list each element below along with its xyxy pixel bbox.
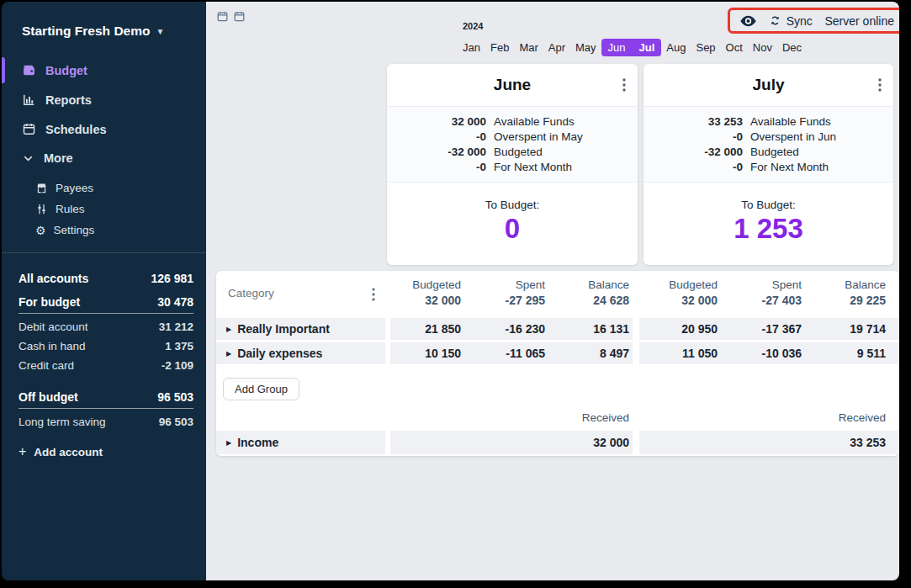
- budget-file-menu[interactable]: Starting Fresh Demo ▼: [2, 2, 206, 44]
- june-spent-header[interactable]: Spent-27 295: [464, 278, 548, 309]
- month-dec[interactable]: Dec: [777, 39, 807, 56]
- add-group-button[interactable]: Add Group: [223, 378, 299, 400]
- gear-icon: ⚙: [35, 225, 46, 236]
- sidebar-item-more[interactable]: More: [2, 144, 206, 172]
- account-row-cash[interactable]: Cash in hand 1 375: [2, 336, 206, 356]
- june-budgeted-cell[interactable]: 21 850: [390, 318, 464, 340]
- june-spent-cell[interactable]: -11 065: [464, 342, 548, 364]
- account-row-long-term-saving[interactable]: Long term saving 96 503: [2, 412, 206, 432]
- sidebar-item-label: Reports: [45, 93, 92, 107]
- sidebar-nav: Budget Reports Schedules More: [2, 56, 206, 172]
- july-spent-header[interactable]: Spent-27 403: [721, 278, 805, 309]
- month-picker: Jan Feb Mar Apr May JunJul Aug Sep Oct N…: [458, 39, 807, 56]
- kebab-menu-icon[interactable]: [878, 78, 882, 92]
- year-label: 2024: [463, 21, 483, 31]
- july-budgeted-header[interactable]: Budgeted32 000: [639, 278, 721, 309]
- summary-row: -0For Next Month: [644, 159, 893, 174]
- july-budgeted-cell[interactable]: 11 050: [639, 342, 721, 364]
- june-budgeted-cell[interactable]: 10 150: [390, 342, 464, 364]
- privacy-eye-icon[interactable]: [740, 15, 756, 27]
- funds-summary: 32 000Available Funds -0Overspent in May…: [387, 106, 638, 183]
- month-aug[interactable]: Aug: [661, 39, 691, 56]
- month-apr[interactable]: Apr: [543, 39, 570, 56]
- month-may[interactable]: May: [570, 39, 601, 56]
- sidebar-item-budget[interactable]: Budget: [2, 56, 206, 85]
- july-balance-cell[interactable]: 9 511: [805, 342, 889, 364]
- plus-icon: +: [19, 445, 26, 458]
- account-row-debit[interactable]: Debit account 31 212: [2, 317, 206, 336]
- table-row-really-important: ▶Really Important 21 850 -16 230 16 131 …: [216, 318, 899, 342]
- month-sep[interactable]: Sep: [691, 39, 720, 56]
- july-balance-header[interactable]: Balance29 225: [805, 278, 889, 309]
- summary-row: -32 000Budgeted: [387, 144, 638, 159]
- july-budgeted-cell[interactable]: 20 950: [639, 318, 721, 340]
- month-mar[interactable]: Mar: [514, 39, 543, 56]
- table-header-row: Category Budgeted32 000 Spent-27 295 Bal…: [216, 271, 899, 318]
- month-jun[interactable]: Jun: [601, 39, 633, 56]
- sidebar-item-label: More: [44, 151, 73, 165]
- june-budgeted-header[interactable]: Budgeted32 000: [390, 278, 464, 309]
- month-jul[interactable]: Jul: [633, 39, 662, 56]
- kebab-menu-icon[interactable]: [622, 78, 626, 92]
- month-nov[interactable]: Nov: [748, 39, 777, 56]
- group-expander[interactable]: ▶Income: [216, 431, 385, 454]
- to-budget-amount[interactable]: 1 253: [734, 213, 803, 245]
- to-budget-section: To Budget: 0: [387, 183, 638, 265]
- to-budget-section: To Budget: 1 253: [644, 183, 893, 265]
- all-accounts-row[interactable]: All accounts 126 981: [2, 265, 206, 289]
- off-budget-row[interactable]: Off budget 96 503: [19, 384, 193, 409]
- group-expander[interactable]: ▶Daily expenses: [216, 342, 385, 364]
- budget-table: Category Budgeted32 000 Spent-27 295 Bal…: [216, 271, 899, 456]
- summary-label: Overspent in Jun: [750, 130, 893, 143]
- summary-label: Available Funds: [750, 115, 893, 128]
- to-budget-amount[interactable]: 0: [505, 213, 520, 245]
- sidebar: Starting Fresh Demo ▼ Budget Reports Sch…: [2, 2, 206, 580]
- july-income-received-cell[interactable]: 33 253: [639, 431, 889, 454]
- july-spent-cell[interactable]: -17 367: [721, 318, 805, 340]
- calendar-two-month-icon[interactable]: [233, 10, 246, 23]
- table-row-daily-expenses: ▶Daily expenses 10 150 -11 065 8 497 11 …: [216, 342, 899, 367]
- summary-label: Available Funds: [494, 115, 638, 128]
- account-label: Long term saving: [19, 416, 106, 428]
- category-column-header: Category: [216, 271, 385, 315]
- summary-row: -32 000Budgeted: [644, 144, 893, 159]
- month-feb[interactable]: Feb: [485, 39, 514, 56]
- sidebar-item-payees[interactable]: Payees: [2, 177, 206, 199]
- month-jan[interactable]: Jan: [458, 39, 485, 56]
- account-balance: 30 478: [157, 295, 193, 309]
- june-balance-cell[interactable]: 16 131: [548, 318, 633, 340]
- sidebar-item-schedules[interactable]: Schedules: [2, 114, 206, 144]
- sidebar-item-settings[interactable]: ⚙ Settings: [2, 220, 206, 241]
- add-account-button[interactable]: + Add account: [2, 432, 206, 472]
- sync-button[interactable]: Sync: [769, 14, 813, 28]
- sidebar-item-label: Settings: [54, 224, 95, 236]
- summary-label: Budgeted: [750, 146, 893, 158]
- account-label: Cash in hand: [19, 340, 86, 352]
- june-balance-header[interactable]: Balance24 628: [548, 278, 633, 309]
- account-balance: 96 503: [157, 390, 193, 404]
- june-spent-total: -27 295: [464, 293, 545, 309]
- june-income-received-cell[interactable]: 32 000: [390, 431, 633, 454]
- month-oct[interactable]: Oct: [721, 39, 748, 56]
- account-balance: 1 375: [165, 340, 193, 352]
- calendar-one-month-icon[interactable]: [216, 10, 229, 23]
- category-header-label: Category: [228, 287, 274, 299]
- server-status-button[interactable]: Server online: [825, 14, 895, 28]
- account-row-credit-card[interactable]: Credit card -2 109: [2, 356, 206, 375]
- june-spent-cell[interactable]: -16 230: [464, 318, 548, 340]
- budget-file-name: Starting Fresh Demo: [22, 24, 150, 39]
- sidebar-item-rules[interactable]: Rules: [2, 199, 206, 220]
- july-balance-cell[interactable]: 19 714: [805, 318, 889, 340]
- app-window: Starting Fresh Demo ▼ Budget Reports Sch…: [2, 2, 899, 580]
- sliders-icon: [35, 203, 48, 215]
- summary-value: -0: [387, 130, 486, 143]
- annotation-highlight-box: Sync Server online: [728, 8, 899, 34]
- summary-value: -0: [644, 130, 743, 143]
- sidebar-item-reports[interactable]: Reports: [2, 85, 206, 114]
- june-balance-cell[interactable]: 8 497: [548, 342, 633, 364]
- july-spent-cell[interactable]: -10 036: [721, 342, 805, 364]
- for-budget-row[interactable]: For budget 30 478: [19, 289, 193, 314]
- group-expander[interactable]: ▶Really Important: [216, 318, 385, 340]
- selected-months-pill: JunJul: [601, 39, 662, 56]
- kebab-menu-icon[interactable]: [372, 288, 375, 301]
